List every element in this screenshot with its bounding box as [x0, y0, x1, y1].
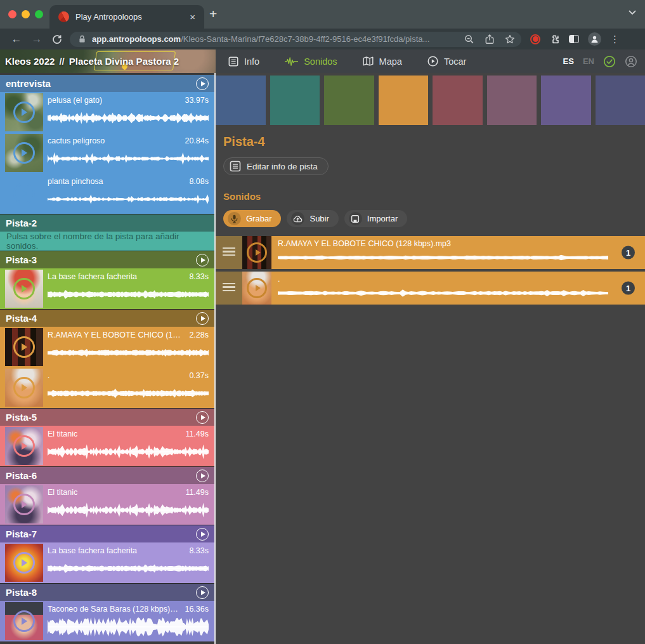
- account-icon[interactable]: [625, 55, 637, 68]
- sound-thumbnail[interactable]: [5, 270, 43, 308]
- url-text: app.antropoloops.com/Kleos-Santa-Marina/…: [92, 34, 458, 44]
- sound-item[interactable]: pelusa (el gato) 33.97s: [0, 92, 214, 133]
- record-extension-icon[interactable]: [530, 34, 540, 44]
- track-play-button[interactable]: [196, 586, 209, 599]
- sound-item[interactable]: El titanic 11.49s: [0, 426, 214, 466]
- bookmark-star-icon[interactable]: [505, 34, 515, 44]
- track-header[interactable]: Pista-3: [0, 251, 214, 268]
- sound-item[interactable]: El titanic 11.49s: [0, 484, 214, 525]
- sound-thumbnail[interactable]: [5, 369, 43, 407]
- app-nav-tab-info[interactable]: Info: [228, 56, 259, 67]
- sound-item[interactable]: cactus peligroso 20.84s: [0, 133, 214, 173]
- share-icon[interactable]: [485, 34, 494, 44]
- window-minimize-button[interactable]: [22, 10, 30, 18]
- edit-track-info-button[interactable]: Editar info de pista: [223, 157, 329, 175]
- app-nav-tab-sonidos[interactable]: Sonidos: [285, 56, 337, 67]
- breadcrumb: Kleos 2022 // Placeta Divina Pastora 2: [5, 49, 179, 73]
- sound-name: pelusa (el gato): [48, 96, 179, 105]
- back-button[interactable]: ←: [6, 33, 27, 46]
- sound-row[interactable]: R.AMAYA Y EL BOBOTE CHICO (128 kbps).mp3…: [216, 236, 645, 269]
- app-nav-tab-tocar[interactable]: Tocar: [427, 56, 466, 67]
- window-close-button[interactable]: [8, 10, 16, 18]
- track-swatch-3[interactable]: [324, 76, 374, 125]
- track-header[interactable]: Pista-8: [0, 584, 214, 601]
- tracks-sidebar: entrevista pelusa (el gato) 33.97s cactu…: [0, 73, 216, 644]
- breadcrumb-project-link[interactable]: Kleos 2022: [5, 56, 55, 67]
- track-name: Pista-2: [6, 218, 37, 228]
- track-swatch-5[interactable]: [433, 76, 483, 125]
- sound-item[interactable]: La base fachera facherita 8.33s: [0, 268, 214, 309]
- profile-avatar[interactable]: [588, 32, 601, 46]
- url-bar[interactable]: app.antropoloops.com/Kleos-Santa-Marina/…: [70, 32, 521, 47]
- track-section-pista-4: Pista-4 R.AMAYA Y EL BOBOTE CHICO (128 k…: [0, 309, 214, 408]
- sound-thumbnail[interactable]: [5, 544, 43, 582]
- map-icon: [363, 56, 374, 66]
- tab-search-chevron-icon[interactable]: [629, 10, 636, 15]
- sound-name: cactus peligroso: [48, 136, 179, 145]
- track-swatch-7[interactable]: [541, 76, 591, 125]
- extensions-puzzle-icon[interactable]: [549, 34, 560, 44]
- browser-toolbar: ← → app.antropoloops.com/Kleos-Santa-Mar…: [0, 29, 645, 49]
- side-panel-icon[interactable]: [569, 35, 579, 43]
- sound-thumbnail[interactable]: [242, 236, 271, 269]
- sound-item[interactable]: planta pinchosa 8.08s: [0, 173, 214, 214]
- sound-thumbnail[interactable]: [5, 134, 43, 172]
- reload-button[interactable]: [47, 34, 67, 44]
- track-play-button[interactable]: [196, 411, 209, 424]
- track-section-pista-3: Pista-3 La base fachera facherita 8.33s: [0, 251, 214, 309]
- sound-duration: 8.33s: [189, 272, 209, 281]
- track-header[interactable]: Pista-2: [0, 214, 214, 232]
- track-header[interactable]: Pista-7: [0, 525, 214, 542]
- browser-menu-kebab-icon[interactable]: ⋮: [610, 34, 620, 45]
- lang-es-button[interactable]: ES: [563, 56, 574, 66]
- track-header[interactable]: Pista-6: [0, 467, 214, 484]
- track-play-button[interactable]: [196, 528, 209, 541]
- import-button[interactable]: Importar: [344, 210, 407, 227]
- sound-item[interactable]: . 0.37s: [0, 367, 214, 408]
- track-play-button[interactable]: [196, 470, 209, 482]
- lang-en-button[interactable]: EN: [583, 56, 594, 66]
- forward-button[interactable]: →: [27, 33, 47, 46]
- tab-close-icon[interactable]: ×: [187, 10, 198, 23]
- sound-thumbnail[interactable]: [5, 485, 43, 523]
- sound-thumbnail[interactable]: [5, 93, 43, 131]
- sound-item[interactable]: Taconeo de Sara Baras (128 kbps).mp3 16.…: [0, 601, 214, 641]
- drag-handle[interactable]: [216, 272, 242, 305]
- import-box-icon: [349, 212, 362, 225]
- track-play-button[interactable]: [196, 254, 209, 266]
- track-header[interactable]: Pista-5: [0, 409, 214, 426]
- track-swatch-6[interactable]: [487, 76, 537, 125]
- sound-thumbnail[interactable]: [242, 272, 271, 305]
- sound-thumbnail[interactable]: [5, 328, 43, 366]
- app-nav-tab-mapa[interactable]: Mapa: [363, 56, 402, 67]
- sound-waveform: [48, 381, 209, 405]
- sound-item[interactable]: R.AMAYA Y EL BOBOTE CHICO (128 kbps)....…: [0, 327, 214, 367]
- sound-item[interactable]: La base fachera facherita 8.33s: [0, 542, 214, 583]
- track-play-button[interactable]: [196, 312, 209, 325]
- upload-button[interactable]: Subir: [287, 210, 338, 227]
- sound-thumbnail[interactable]: [5, 602, 43, 640]
- track-header[interactable]: Pista-4: [0, 310, 214, 327]
- play-icon: [13, 142, 35, 164]
- app-header: Kleos 2022 // Placeta Divina Pastora 2 I…: [0, 49, 645, 73]
- new-tab-button[interactable]: +: [209, 6, 217, 22]
- browser-tab[interactable]: Play Antropoloops ×: [49, 5, 204, 29]
- sound-row[interactable]: . 1: [216, 272, 645, 305]
- track-name: entrevista: [6, 78, 51, 89]
- window-zoom-button[interactable]: [35, 10, 43, 18]
- sound-thumbnail[interactable]: [5, 174, 43, 213]
- drag-handle[interactable]: [216, 236, 242, 269]
- track-play-button[interactable]: [196, 77, 209, 90]
- track-swatch-4[interactable]: [379, 76, 429, 125]
- microphone-icon: [228, 212, 241, 225]
- record-button[interactable]: Grabar: [223, 210, 281, 227]
- track-swatch-1[interactable]: [216, 76, 266, 125]
- track-empty-hint: Pulsa sobre el nombre de la pista para a…: [0, 232, 214, 251]
- track-swatch-2[interactable]: [270, 76, 320, 125]
- track-header[interactable]: entrevista: [0, 75, 214, 92]
- track-swatch-8[interactable]: [596, 76, 645, 125]
- zoom-out-icon[interactable]: [464, 34, 474, 44]
- saved-check-icon: [603, 55, 616, 68]
- play-icon: [13, 278, 35, 299]
- sound-thumbnail[interactable]: [5, 427, 43, 465]
